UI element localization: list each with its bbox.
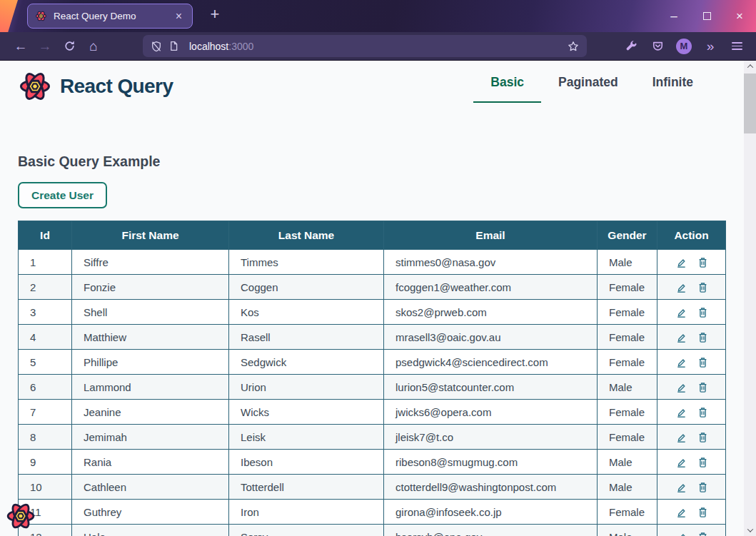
id-cell: 5	[19, 350, 72, 375]
new-tab-button[interactable]: +	[204, 5, 226, 24]
edit-user-icon[interactable]	[675, 506, 687, 518]
id-cell: 10	[19, 475, 72, 500]
page-info-icon[interactable]	[168, 41, 179, 51]
action-cell	[657, 450, 726, 475]
delete-user-icon[interactable]	[697, 306, 709, 318]
email-cell: hsorsyb@epa.gov	[384, 525, 598, 536]
edit-user-icon[interactable]	[675, 306, 687, 318]
maximize-button[interactable]	[690, 0, 723, 32]
delete-user-icon[interactable]	[697, 256, 709, 268]
delete-user-icon[interactable]	[697, 506, 709, 518]
create-user-button[interactable]: Create User	[18, 182, 107, 208]
id-cell: 4	[19, 325, 72, 350]
delete-user-icon[interactable]	[697, 481, 709, 493]
bookmark-star-button[interactable]	[568, 41, 579, 52]
window-controls: – ×	[657, 0, 756, 32]
pocket-icon	[652, 40, 664, 52]
table-row: 8JemimahLeiskjleisk7@t.coFemale	[19, 425, 726, 450]
chevron-down-icon	[747, 526, 752, 532]
back-button[interactable]: ←	[9, 35, 33, 58]
delete-user-icon[interactable]	[697, 531, 709, 536]
address-bar[interactable]: localhost:3000	[143, 35, 587, 57]
table-row: 3ShellKosskos2@prweb.comFemale	[19, 300, 726, 325]
reload-button[interactable]	[57, 35, 81, 58]
scrollbar-down-button[interactable]	[744, 525, 756, 536]
browser-tools-button[interactable]	[620, 36, 642, 57]
action-cell	[657, 250, 726, 275]
first-name-cell: Lammond	[72, 375, 229, 400]
edit-user-icon[interactable]	[675, 531, 687, 536]
delete-user-icon[interactable]	[697, 381, 709, 393]
column-header: Email	[384, 221, 598, 250]
edit-user-icon[interactable]	[675, 256, 687, 268]
id-cell: 9	[19, 450, 72, 475]
action-cell	[657, 300, 726, 325]
table-row: 12HaleSorsyhsorsyb@epa.govMale	[19, 525, 726, 536]
edit-user-icon[interactable]	[675, 381, 687, 393]
last-name-cell: Coggen	[229, 275, 384, 300]
id-cell: 2	[19, 275, 72, 300]
delete-user-icon[interactable]	[697, 406, 709, 418]
last-name-cell: Iron	[229, 500, 384, 525]
react-query-favicon-icon	[35, 10, 47, 22]
menu-button[interactable]	[726, 36, 747, 57]
tab-close-icon[interactable]: ×	[173, 10, 185, 23]
edit-user-icon[interactable]	[675, 456, 687, 468]
action-cell	[657, 325, 726, 350]
delete-user-icon[interactable]	[697, 456, 709, 468]
edit-user-icon[interactable]	[675, 406, 687, 418]
table-row: 11GuthreyIrongirona@infoseek.co.jpFemale	[19, 500, 726, 525]
edit-user-icon[interactable]	[675, 281, 687, 293]
page-scrollbar[interactable]	[744, 61, 756, 536]
tracking-protection-icon[interactable]	[151, 41, 162, 52]
home-button[interactable]: ⌂	[81, 35, 106, 58]
action-cell	[657, 425, 726, 450]
edit-user-icon[interactable]	[675, 331, 687, 343]
table-header-row: IdFirst NameLast NameEmailGenderAction	[19, 221, 726, 250]
email-cell: lurion5@statcounter.com	[384, 375, 598, 400]
react-query-flower-icon	[5, 500, 36, 532]
extensions-overflow-button[interactable]: »	[700, 36, 721, 57]
email-cell: fcoggen1@weather.com	[384, 275, 598, 300]
browser-tab[interactable]: React Query Demo ×	[27, 4, 193, 29]
last-name-cell: Ibeson	[229, 450, 384, 475]
email-cell: ribeson8@smugmug.com	[384, 450, 598, 475]
delete-user-icon[interactable]	[697, 356, 709, 368]
minimize-button[interactable]: –	[657, 0, 690, 32]
table-row: 10CathleenTotterdellctotterdell9@washing…	[19, 475, 726, 500]
id-cell: 7	[19, 400, 72, 425]
react-query-logo-icon	[18, 69, 52, 103]
delete-user-icon[interactable]	[697, 431, 709, 443]
toolbar-right-icons: M »	[620, 36, 747, 57]
gender-cell: Female	[598, 325, 657, 350]
action-cell	[657, 375, 726, 400]
last-name-cell: Leisk	[229, 425, 384, 450]
first-name-cell: Matthiew	[72, 325, 229, 350]
column-header: Id	[19, 221, 72, 250]
scrollbar-thumb[interactable]	[744, 74, 756, 133]
nav-tab-basic[interactable]: Basic	[473, 75, 541, 103]
email-cell: psedgwick4@sciencedirect.com	[384, 350, 598, 375]
nav-tab-paginated[interactable]: Paginated	[541, 75, 635, 101]
close-button[interactable]: ×	[723, 0, 756, 32]
email-cell: jleisk7@t.co	[384, 425, 598, 450]
profile-avatar[interactable]: M	[673, 36, 695, 57]
edit-user-icon[interactable]	[675, 481, 687, 493]
forward-button[interactable]: →	[33, 35, 57, 58]
email-cell: jwicks6@opera.com	[384, 400, 598, 425]
react-query-devtools-button[interactable]	[5, 500, 36, 532]
table-body: 1SiffreTimmesstimmes0@nasa.govMale2Fonzi…	[19, 250, 726, 536]
email-cell: girona@infoseek.co.jp	[384, 500, 598, 525]
gender-cell: Female	[598, 275, 657, 300]
table-row: 4MatthiewRasellmrasell3@oaic.gov.auFemal…	[19, 325, 726, 350]
pocket-button[interactable]	[647, 36, 668, 57]
nav-tab-infinite[interactable]: Infinite	[635, 75, 710, 101]
delete-user-icon[interactable]	[697, 281, 709, 293]
scrollbar-up-button[interactable]	[744, 61, 756, 72]
browser-tab-bar: React Query Demo × + – ×	[0, 0, 756, 32]
edit-user-icon[interactable]	[675, 356, 687, 368]
column-header: Last Name	[229, 221, 384, 250]
reload-icon	[64, 40, 76, 52]
edit-user-icon[interactable]	[675, 431, 687, 443]
delete-user-icon[interactable]	[697, 331, 709, 343]
